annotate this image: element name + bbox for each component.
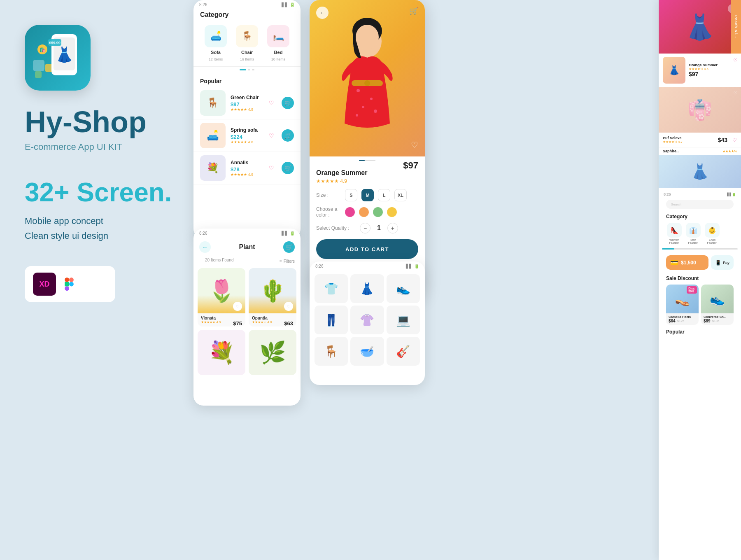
plant-header: ← Plant 🛒 — [193, 236, 301, 258]
shop-item-dress[interactable]: 👗 — [350, 274, 384, 303]
right-cat-men[interactable]: 👔 Men Fashion — [685, 223, 701, 244]
color-orange[interactable] — [359, 207, 369, 217]
cat-scroll-thumb — [662, 248, 674, 250]
svg-rect-0 — [33, 60, 44, 71]
size-l[interactable]: L — [378, 189, 390, 201]
right-cat-child[interactable]: 👶 Child Fashion — [704, 223, 720, 244]
svg-text:$59.99: $59.99 — [49, 41, 61, 45]
color-green[interactable] — [373, 207, 383, 217]
pay-label: Pay — [723, 261, 729, 265]
sale-card-heels[interactable]: 👡 Disc.50% Camelia Heels $64 $125 — [666, 285, 699, 325]
svg-point-12 — [69, 282, 74, 287]
sale-card-converse[interactable]: 👟 Converse Sh... $89 $135 — [701, 285, 734, 325]
right-top-dress: 👗 ♡ Peach Ki... — [659, 0, 741, 54]
qty-minus[interactable]: − — [360, 223, 370, 233]
right-category-title: Category — [662, 211, 738, 221]
converse-price-row: $89 $135 — [704, 319, 731, 323]
cart-btn-vase[interactable]: 🛒 — [282, 162, 294, 174]
heels-name: Camelia Heels — [669, 315, 696, 319]
puf-price: $43 — [718, 137, 727, 143]
plant-card-hydrangea[interactable]: 💐 — [198, 330, 245, 375]
nav-back-button[interactable]: ← — [316, 7, 329, 19]
plant-card-vionata[interactable]: 🌷 ♡ Vionata $75 ★★★★★ 4.9 — [198, 268, 245, 327]
size-m[interactable]: M — [361, 189, 374, 201]
shop-item-shoes[interactable]: 👟 — [387, 274, 420, 303]
peach-heart[interactable]: ♡ — [733, 91, 738, 96]
right-cat-women[interactable]: 👠 Women Fashion — [666, 223, 683, 244]
product-thumb-vase: 💐 — [200, 155, 226, 181]
color-pink[interactable] — [345, 207, 355, 217]
cat-chair[interactable]: 🪑 Chair 16 Items — [236, 25, 258, 61]
add-to-cart-button[interactable]: ADD TO CART — [316, 239, 418, 259]
color-yellow[interactable] — [387, 207, 397, 217]
category-icons-row: 🛋️ Sofa 12 Items 🪑 Chair 16 Items 🛏️ Bed… — [193, 20, 301, 67]
svg-rect-2 — [35, 71, 42, 78]
heart-chair[interactable]: ♡ — [269, 100, 274, 106]
right-product-saphire[interactable]: Saphire... ★★★★½ — [659, 147, 741, 155]
peach-dress-emoji: 👘 — [687, 98, 712, 121]
vionata-heart[interactable]: ♡ — [233, 302, 242, 311]
status-icons: ▋▋ 🔋 — [282, 2, 295, 7]
plant-back-btn[interactable]: ← — [199, 241, 211, 253]
opuntia-heart[interactable]: ♡ — [284, 302, 293, 311]
converse-price-old: $135 — [712, 319, 720, 323]
puf-heart[interactable]: ♡ — [732, 137, 737, 143]
svg-rect-15 — [65, 286, 69, 291]
right-search-bar[interactable]: Search — [666, 200, 734, 209]
opuntia-info: Opuntia $63 ★★★★☆ 4.8 — [249, 313, 296, 327]
wallet-card[interactable]: 💳 $1,500 — [666, 255, 708, 270]
right-product-orange-summer[interactable]: 👗 Orange Summer ★★★★½ 4.5 $97 ♡ — [659, 54, 741, 87]
cart-btn-chair[interactable]: 🛒 — [282, 97, 294, 109]
status-bar-right: 8:26 ▋▋🔋 — [662, 191, 738, 197]
puf-stars: ★★★★½ 4.7 — [663, 140, 683, 144]
product-info-vase: Annalis $78 ★★★★★ 4.9 — [231, 160, 264, 177]
pay-card[interactable]: 📱 Pay — [711, 255, 734, 270]
orange-summer-heart[interactable]: ♡ — [733, 58, 738, 63]
product-detail-section: Orange Summer $97 ★★★★★ 4.9 Size : S M L… — [310, 163, 425, 266]
shop-item-jacket[interactable]: 👚 — [350, 306, 384, 334]
plant-card-opuntia[interactable]: 🌵 ♡ Opuntia $63 ★★★★☆ 4.8 — [249, 268, 296, 327]
shop-item-tshirt[interactable]: 👕 — [315, 274, 348, 303]
size-s[interactable]: S — [345, 189, 357, 201]
nav-cart-button[interactable]: 🛒 — [409, 7, 418, 16]
right-product-puf[interactable]: Puf Seleve ★★★★½ 4.7 $43 ♡ — [659, 133, 741, 147]
product-name-sofa: Spring sofa — [231, 127, 264, 133]
converse-info: Converse Sh... $89 $135 — [701, 313, 734, 325]
cat-sofa[interactable]: 🛋️ Sofa 12 Items — [205, 25, 227, 61]
cat-bed[interactable]: 🛏️ Bed 10 Items — [267, 25, 289, 61]
tools-row: XD — [25, 266, 115, 302]
status-icons-3: ▋▋ 🔋 — [282, 231, 295, 236]
heart-vase[interactable]: ♡ — [269, 165, 274, 171]
plant-cart-btn[interactable]: 🛒 — [283, 241, 295, 253]
heart-sofa[interactable]: ♡ — [269, 132, 274, 139]
product-item-chair[interactable]: 🪑 Green Chair $97 ★★★★★ 4.9 ♡ 🛒 — [193, 87, 301, 119]
color-row: Choose a color : — [316, 206, 418, 218]
qty-plus[interactable]: + — [387, 223, 398, 233]
shop-item-chair[interactable]: 🪑 — [315, 337, 348, 366]
chair-count: 16 Items — [240, 57, 254, 61]
filter-button[interactable]: ≡ Filters — [280, 258, 295, 265]
product-price-sofa: $224 — [231, 134, 264, 140]
shop-item-pants[interactable]: 👖 — [315, 306, 348, 334]
app-icon-graphic: 👗 🛍️ $59.99 — [27, 27, 89, 89]
shop-item-guitar[interactable]: 🎸 — [387, 337, 420, 366]
plant-card-extra[interactable]: 🌿 — [249, 330, 296, 375]
product-image-area: ← 🛒 ♡ — [310, 0, 425, 156]
status-bar-1: 8:26 ▋▋ 🔋 — [193, 0, 301, 8]
product-info-chair: Green Chair $97 ★★★★★ 4.9 — [231, 95, 264, 112]
size-xl[interactable]: XL — [394, 189, 407, 201]
product-item-sofa[interactable]: 🛋️ Spring sofa $224 ★★★★★ 4.8 ♡ 🛒 — [193, 119, 301, 152]
cart-btn-sofa[interactable]: 🛒 — [282, 129, 294, 142]
screen-shopping-grid: 8:26 ▋▋ 🔋 👕 👗 👟 👖 👚 💻 🪑 🥣 🎸 — [310, 261, 425, 385]
popular-heading: Popular — [193, 74, 301, 87]
size-label: Size : — [316, 192, 341, 198]
chair-icon: 🪑 — [236, 25, 258, 47]
shop-item-bowl[interactable]: 🥣 — [350, 337, 384, 366]
product-item-vase[interactable]: 💐 Annalis $78 ★★★★★ 4.9 ♡ 🛒 — [193, 152, 301, 184]
product-name-chair: Green Chair — [231, 95, 264, 100]
vionata-price: $75 — [233, 320, 242, 327]
shop-item-laptop[interactable]: 💻 — [387, 306, 420, 334]
heels-info: Camelia Heels $64 $125 — [666, 313, 699, 325]
shopping-grid: 👕 👗 👟 👖 👚 💻 🪑 🥣 🎸 — [310, 269, 425, 371]
wishlist-heart[interactable]: ♡ — [411, 140, 418, 150]
